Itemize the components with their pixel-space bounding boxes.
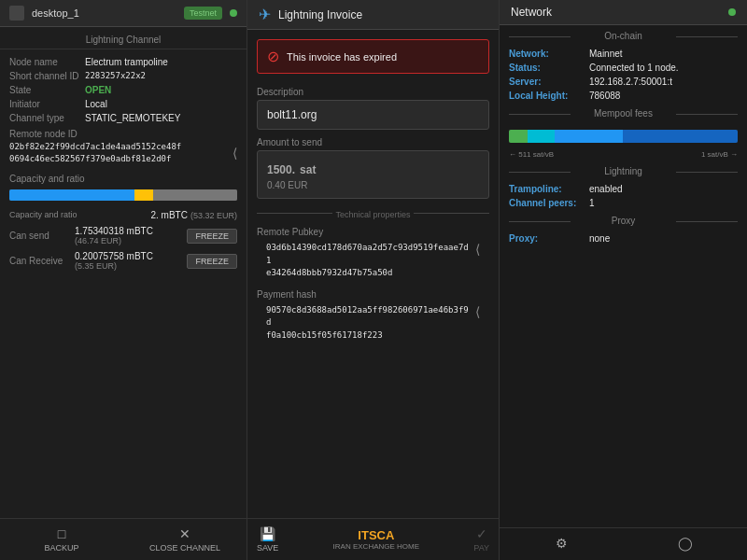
can-send-eur: (46.74 EUR) <box>75 236 187 245</box>
cap-bar-yellow <box>134 189 153 201</box>
top-bar: desktop_1 Testnet <box>0 0 247 27</box>
can-receive-eur: (5.35 EUR) <box>75 261 187 271</box>
channel-section-title: Lightning Channel <box>0 27 247 49</box>
trampoline-value: enabled <box>589 184 623 194</box>
channel-peers-row: Channel peers: 1 <box>500 196 747 210</box>
mempool-bar-green <box>509 130 528 143</box>
logo-sub: IRAN EXCHANGE HOME <box>333 542 419 551</box>
remote-id-row: Remote node ID 02bf82e22f99dcd7ac1de4aad… <box>0 125 247 168</box>
mempool-section-title: Mempool fees <box>500 103 747 124</box>
mempool-bar <box>509 130 738 143</box>
amount-label: Amount to send <box>257 137 489 147</box>
channel-id-row: Short channel ID 2283257x22x2 <box>0 69 247 83</box>
capacity-label: Capacity and ratio <box>9 174 237 184</box>
node-name-row: Node name Electrum trampoline <box>0 55 247 69</box>
network-label: Network: <box>509 49 584 59</box>
can-receive-row: Can Receive 0.20075758 mBTC (5.35 EUR) F… <box>9 248 237 273</box>
remote-pubkey-label: Remote Pubkey <box>257 227 489 237</box>
remote-pubkey-group: Remote Pubkey 03d6b14390cd178d670aa2d57c… <box>247 223 499 286</box>
close-channel-button[interactable]: ✕ CLOSE CHANNEL <box>123 526 247 553</box>
amount-group: Amount to send 1500. sat 0.40 EUR <box>247 133 499 203</box>
description-label: Description <box>257 87 489 97</box>
capacity-bar <box>9 189 237 201</box>
backup-icon: □ <box>0 526 123 541</box>
expired-error-icon: ⊘ <box>267 48 279 65</box>
status-label: Status: <box>509 63 584 73</box>
channel-type-label: Channel type <box>9 113 79 123</box>
capacity-field-label: Capacity and ratio <box>9 210 78 219</box>
remote-pubkey-row: 03d6b14390cd178d670aa2d57c93d9519feaae7d… <box>257 240 489 282</box>
server-row: Server: 192.168.2.7:50001:t <box>500 75 747 89</box>
trampoline-row: Trampoline: enabled <box>500 182 747 196</box>
network-value: Mainnet <box>589 49 623 59</box>
right-panel-title: Network <box>511 6 552 19</box>
save-icon: 💾 <box>257 526 278 541</box>
channel-id-label: Short channel ID <box>9 71 79 81</box>
backup-button[interactable]: □ BACKUP <box>0 526 123 553</box>
payment-hash-value: 90570c8d3688ad5012aa5ff982606971ae46b3f9… <box>266 304 470 343</box>
lightning-section-title: Lightning <box>500 161 747 182</box>
proxy-label: Proxy: <box>509 233 584 244</box>
amount-box: 1500. sat 0.40 EUR <box>257 150 489 199</box>
settings-icon: ⚙ <box>500 536 624 551</box>
right-header: Network <box>500 0 747 25</box>
proxy-row: Proxy: none <box>500 231 747 245</box>
pay-label: PAY <box>473 543 489 553</box>
pay-icon: ✓ <box>473 526 489 541</box>
share-icon[interactable]: ⟨ <box>233 146 237 161</box>
right-panel: Network On-chain Network: Mainnet Status… <box>500 0 747 560</box>
freeze-send-button[interactable]: FREEZE <box>187 229 237 244</box>
logo-text: ITSCA <box>333 528 419 542</box>
left-panel: desktop_1 Testnet Lightning Channel Node… <box>0 0 247 560</box>
pubkey-share-icon[interactable]: ⟨ <box>475 242 480 257</box>
network-row: Network: Mainnet <box>500 47 747 61</box>
local-height-label: Local Height: <box>509 91 584 101</box>
close-channel-icon: ✕ <box>123 526 247 541</box>
window-icon <box>9 6 24 21</box>
logo-area: ITSCA IRAN EXCHANGE HOME <box>333 528 419 551</box>
initiator-label: Initiator <box>9 99 79 109</box>
amount-main: 1500. sat <box>267 159 479 178</box>
toggle-button[interactable]: ◯ <box>624 536 748 553</box>
cap-bar-blue <box>9 189 134 201</box>
save-button[interactable]: 💾 SAVE <box>257 526 278 553</box>
local-height-row: Local Height: 786088 <box>500 89 747 103</box>
mid-header: ✈ Lightning Invoice <box>247 0 499 30</box>
proxy-value: none <box>589 233 610 244</box>
initiator-value: Local <box>85 99 107 109</box>
server-label: Server: <box>509 77 584 87</box>
mempool-labels: ← 511 sat/vB 1 sat/vB → <box>500 148 747 161</box>
mid-panel-title: Lightning Invoice <box>278 8 362 21</box>
hash-share-icon[interactable]: ⟨ <box>475 304 480 319</box>
status-value: Connected to 1 node. <box>589 63 679 73</box>
can-send-label: Can send <box>9 231 75 241</box>
mempool-right-label: 1 sat/vB → <box>701 150 738 159</box>
mempool-bar-cyan <box>528 130 555 143</box>
payment-hash-group: Payment hash 90570c8d3688ad5012aa5ff9826… <box>247 286 499 348</box>
close-channel-label: CLOSE CHANNEL <box>149 543 220 553</box>
payment-hash-label: Payment hash <box>257 289 489 300</box>
expired-message: This invoice has expired <box>287 51 397 63</box>
remote-id-label: Remote node ID <box>9 129 237 139</box>
mempool-bar-blue <box>555 130 624 143</box>
freeze-receive-button[interactable]: FREEZE <box>187 254 237 269</box>
mid-panel: ✈ Lightning Invoice ⊘ This invoice has e… <box>247 0 500 560</box>
pay-button[interactable]: ✓ PAY <box>473 526 489 553</box>
remote-pubkey-value: 03d6b14390cd178d670aa2d57c93d9519feaae7d… <box>266 242 470 280</box>
mempool-bar-darkblue <box>623 130 738 143</box>
mid-footer: 💾 SAVE ITSCA IRAN EXCHANGE HOME ✓ PAY <box>247 518 499 560</box>
remote-node-id: 02bf82e22f99dcd7ac1de4aad5152ce48f 0694c… <box>9 141 227 164</box>
toggle-icon: ◯ <box>624 536 748 551</box>
mempool-left-label: ← 511 sat/vB <box>509 150 554 159</box>
state-value: OPEN <box>85 85 111 95</box>
state-label: State <box>9 85 79 95</box>
settings-button[interactable]: ⚙ <box>500 536 624 553</box>
proxy-section-title: Proxy <box>500 210 747 231</box>
right-footer: ⚙ ◯ <box>500 527 747 560</box>
node-name-label: Node name <box>9 57 79 67</box>
can-send-row: Can send 1.75340318 mBTC (46.74 EUR) FRE… <box>9 223 237 248</box>
lightning-invoice-icon: ✈ <box>259 6 271 23</box>
testnet-badge: Testnet <box>184 7 222 20</box>
save-label: SAVE <box>257 543 278 553</box>
network-status-dot <box>728 8 736 16</box>
